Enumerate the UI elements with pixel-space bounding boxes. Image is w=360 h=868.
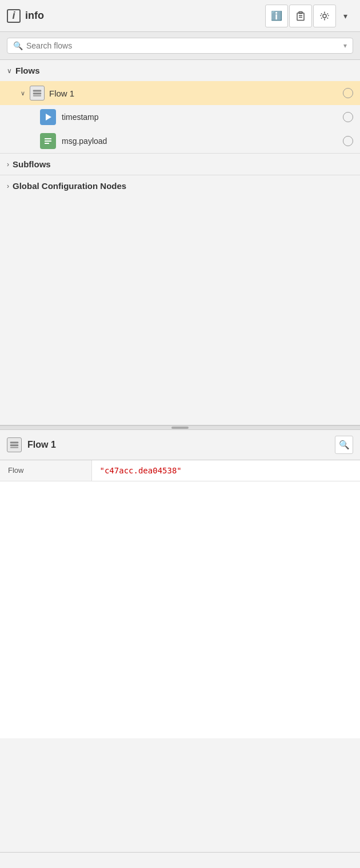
info-panel-flow-icon <box>7 437 22 452</box>
flow1-chevron-icon: ∨ <box>21 90 25 97</box>
info-table: Flow "c47acc.dea04538" <box>0 460 360 481</box>
msgpayload-circle-button[interactable] <box>343 136 353 146</box>
timestamp-node-icon <box>40 109 56 125</box>
svg-rect-15 <box>45 143 49 144</box>
msgpayload-node-label: msg.payload <box>62 136 337 146</box>
svg-point-4 <box>323 14 326 18</box>
divider-dot <box>171 427 189 429</box>
info-panel: Flow 1 🔍 Flow "c47acc.dea04538" <box>0 430 360 738</box>
svg-rect-11 <box>33 95 41 97</box>
svg-rect-16 <box>10 441 18 443</box>
info-icon: i <box>7 9 21 23</box>
subflows-label: Subflows <box>13 159 51 169</box>
svg-rect-18 <box>10 447 18 448</box>
timestamp-node-row[interactable]: timestamp <box>0 105 360 129</box>
flow1-circle-button[interactable] <box>343 88 353 98</box>
global-config-chevron-icon: › <box>7 182 9 190</box>
search-icon: 🔍 <box>13 41 23 50</box>
flow-value-cell: "c47acc.dea04538" <box>91 460 360 481</box>
flows-chevron-icon: ∨ <box>7 67 12 75</box>
svg-marker-12 <box>46 114 51 120</box>
search-input[interactable] <box>26 41 340 50</box>
tree-panel: ∨ Flows ∨ Flow 1 timestamp <box>0 60 360 425</box>
subflows-section-header[interactable]: › Subflows <box>0 153 360 175</box>
flow1-icon <box>30 86 45 101</box>
svg-line-8 <box>328 15 329 16</box>
clipboard-button[interactable] <box>289 5 312 27</box>
info-panel-search-button[interactable]: 🔍 <box>335 436 353 454</box>
header-dropdown-button[interactable]: ▾ <box>337 5 353 27</box>
msgpayload-node-icon <box>40 133 56 149</box>
timestamp-node-label: timestamp <box>62 112 337 122</box>
timestamp-circle-button[interactable] <box>343 112 353 122</box>
tree-empty-area <box>0 196 360 425</box>
svg-rect-9 <box>33 90 41 91</box>
divider-handle[interactable] <box>0 425 360 430</box>
debug-button[interactable] <box>313 5 336 27</box>
svg-rect-14 <box>45 140 51 142</box>
flow-label-cell: Flow <box>0 460 91 481</box>
info-panel-header: Flow 1 🔍 <box>0 430 360 460</box>
msgpayload-node-row[interactable]: msg.payload <box>0 129 360 153</box>
header-title-area: i info <box>7 9 265 23</box>
global-config-section-header[interactable]: › Global Configuration Nodes <box>0 175 360 196</box>
status-bar <box>0 852 360 868</box>
subflows-chevron-icon: › <box>7 160 9 168</box>
table-row: Flow "c47acc.dea04538" <box>0 460 360 481</box>
header-buttons: ℹ️ ▾ <box>265 5 353 27</box>
flow1-label: Flow 1 <box>49 89 338 98</box>
flows-section-header[interactable]: ∨ Flows <box>0 60 360 81</box>
flows-label: Flows <box>15 66 40 75</box>
global-config-label: Global Configuration Nodes <box>13 181 126 191</box>
svg-rect-13 <box>45 138 51 139</box>
svg-rect-1 <box>297 13 304 20</box>
info-panel-title: Flow 1 <box>27 440 329 450</box>
page-title: info <box>25 10 44 22</box>
header: i info ℹ️ ▾ <box>0 0 360 32</box>
svg-line-7 <box>321 15 322 16</box>
search-input-wrapper: 🔍 ▾ <box>7 38 353 54</box>
flow1-row[interactable]: ∨ Flow 1 <box>0 81 360 105</box>
search-dropdown-arrow-icon[interactable]: ▾ <box>343 42 347 50</box>
search-bar-area: 🔍 ▾ <box>0 32 360 60</box>
svg-rect-17 <box>10 444 18 446</box>
info-button[interactable]: ℹ️ <box>265 5 288 27</box>
svg-rect-10 <box>33 93 41 94</box>
